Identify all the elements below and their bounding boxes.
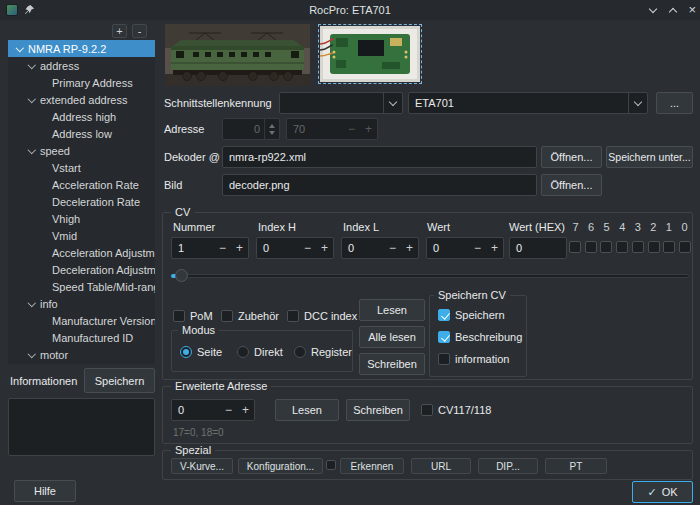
bild-file-input[interactable]: decoder.png (222, 174, 537, 196)
spin-decrement-button[interactable]: − (384, 238, 401, 258)
tree-remove-button[interactable]: - (132, 24, 147, 38)
cv-bit0-checkbox[interactable] (679, 241, 691, 253)
chevron-down-icon[interactable] (14, 43, 26, 55)
erkennen-button[interactable]: Erkennen (340, 458, 404, 474)
spin-increment-button[interactable]: + (486, 238, 503, 258)
tree-item-speed[interactable]: speed (8, 142, 155, 159)
tree-item-manufacturer-version[interactable]: Manufacturer Version (8, 312, 155, 329)
bild-open-button[interactable]: Öffnen... (541, 174, 602, 196)
dekoder-file-input[interactable]: nmra-rp922.xml (222, 146, 537, 168)
informationen-speichern-button[interactable]: Speichern (84, 368, 155, 393)
spin-increment-button[interactable]: + (401, 238, 418, 258)
decoder-combobox[interactable]: ETA701 (408, 92, 648, 114)
tree-item-deceleration-adjustment[interactable]: Deceleration Adjustme (8, 261, 155, 278)
tree-item-acceleration-rate[interactable]: Acceleration Rate (8, 176, 155, 193)
cv-bit1-checkbox[interactable] (663, 241, 675, 253)
spin-increment-button[interactable]: + (237, 400, 254, 420)
spin-down-icon[interactable] (269, 131, 275, 135)
cv-bit4-checkbox[interactable] (616, 241, 628, 253)
maximize-button[interactable] (668, 5, 678, 15)
tree-item-manufactured-id[interactable]: Manufactured ID (8, 329, 155, 346)
close-button[interactable]: × (688, 5, 696, 15)
tree-item-primary-address[interactable]: Primary Address (8, 74, 155, 91)
tree-item-address-high[interactable]: Address high (8, 108, 155, 125)
tree-item-vstart[interactable]: Vstart (8, 159, 155, 176)
cv-bit6-checkbox[interactable] (585, 241, 597, 253)
spin-arrows[interactable] (264, 119, 279, 139)
informationen-textarea[interactable] (8, 398, 155, 456)
tree-item-motor[interactable]: motor (8, 346, 155, 363)
cv-wert-hex-input[interactable]: 0 (509, 237, 567, 259)
spin-decrement-button[interactable]: − (214, 238, 231, 258)
adresse-max-spinbox[interactable]: 70 − + (286, 118, 378, 140)
adresse-spinbox[interactable]: 0 (222, 118, 280, 140)
cv-nummer-spinbox[interactable]: 1 − + (171, 237, 249, 259)
tree-item-acceleration-adjustment[interactable]: Acceleration Adjustme (8, 244, 155, 261)
chevron-down-icon[interactable] (26, 94, 38, 106)
tree-item-address-low[interactable]: Address low (8, 125, 155, 142)
cv-bit2-checkbox[interactable] (648, 241, 660, 253)
hilfe-button[interactable]: Hilfe (14, 480, 76, 502)
spin-decrement-button[interactable]: − (343, 119, 360, 139)
ok-button[interactable]: ✓ OK (632, 481, 693, 503)
tree-item-speed-table[interactable]: Speed Table/Mid-range (8, 278, 155, 295)
tree-item-deceleration-rate[interactable]: Deceleration Rate (8, 193, 155, 210)
cv-alle-lesen-button[interactable]: Alle lesen (359, 326, 425, 348)
modus-direkt-radio[interactable]: Direkt (237, 346, 283, 358)
dip-button[interactable]: DIP... (478, 458, 538, 474)
tree-item-address[interactable]: address (8, 57, 155, 74)
chevron-down-icon[interactable] (26, 145, 38, 157)
tree-add-button[interactable]: + (112, 24, 127, 38)
erweiterte-schreiben-button[interactable]: Schreiben (346, 399, 410, 421)
dekoder-open-button[interactable]: Öffnen... (541, 146, 602, 168)
spin-decrement-button[interactable]: − (299, 238, 316, 258)
minimize-button[interactable] (648, 5, 658, 15)
cv-value-slider[interactable] (171, 269, 689, 283)
zubehoer-checkbox[interactable]: Zubehör (221, 310, 279, 322)
cv-wert-spinbox[interactable]: 0 − + (426, 237, 504, 259)
url-button[interactable]: URL (411, 458, 471, 474)
speichern-checkbox[interactable]: Speichern (438, 309, 505, 321)
decoder-image[interactable] (320, 26, 420, 82)
spin-decrement-button[interactable]: − (220, 400, 237, 420)
cv-schreiben-button[interactable]: Schreiben (359, 353, 425, 375)
cv-bit7-checkbox[interactable] (569, 241, 581, 253)
spin-up-icon[interactable] (269, 124, 275, 128)
vkurve-button[interactable]: V-Kurve... (171, 458, 233, 474)
spin-decrement-button[interactable]: − (469, 238, 486, 258)
locomotive-image[interactable] (165, 24, 310, 86)
spin-increment-button[interactable]: + (360, 119, 377, 139)
erweiterte-lesen-button[interactable]: Lesen (275, 399, 339, 421)
modus-register-radio[interactable]: Register (294, 346, 352, 358)
chevron-down-icon[interactable] (26, 60, 38, 72)
erweiterte-adresse-spinbox[interactable]: 0 − + (171, 399, 255, 421)
pt-button[interactable]: PT (545, 458, 607, 474)
tree-item-extended-address[interactable]: extended address (8, 91, 155, 108)
beschreibung-checkbox[interactable]: Beschreibung (438, 331, 522, 343)
cv-bit3-checkbox[interactable] (632, 241, 644, 253)
cv-bit5-checkbox[interactable] (600, 241, 612, 253)
cv-lesen-button[interactable]: Lesen (359, 299, 425, 321)
chevron-down-icon[interactable] (26, 298, 38, 310)
cv-index-h-spinbox[interactable]: 0 − + (256, 237, 334, 259)
spin-increment-button[interactable]: + (231, 238, 248, 258)
tree-item-info[interactable]: info (8, 295, 155, 312)
pom-checkbox[interactable]: PoM (173, 310, 213, 322)
spin-increment-button[interactable]: + (316, 238, 333, 258)
konfiguration-button[interactable]: Konfiguration... (238, 458, 323, 474)
tree-item-nmra[interactable]: NMRA RP-9.2.2 (8, 40, 155, 57)
tree-item-vhigh[interactable]: Vhigh (8, 210, 155, 227)
pin-icon[interactable] (24, 4, 35, 17)
konfiguration-checkbox[interactable] (326, 460, 336, 470)
chevron-down-icon[interactable] (26, 349, 38, 361)
interface-combobox[interactable] (279, 92, 403, 114)
information-checkbox[interactable]: information (438, 353, 509, 365)
dekoder-saveas-button[interactable]: Speichern unter... (606, 146, 693, 168)
modus-seite-radio[interactable]: Seite (180, 346, 222, 358)
dcc-index-checkbox[interactable]: DCC index (287, 310, 357, 322)
decoder-more-button[interactable]: ... (656, 92, 693, 114)
cv-index-l-spinbox[interactable]: 0 − + (341, 237, 419, 259)
cv117-118-checkbox[interactable]: CV117/118 (421, 404, 491, 416)
tree-item-vmid[interactable]: Vmid (8, 227, 155, 244)
slider-handle[interactable] (175, 269, 188, 282)
